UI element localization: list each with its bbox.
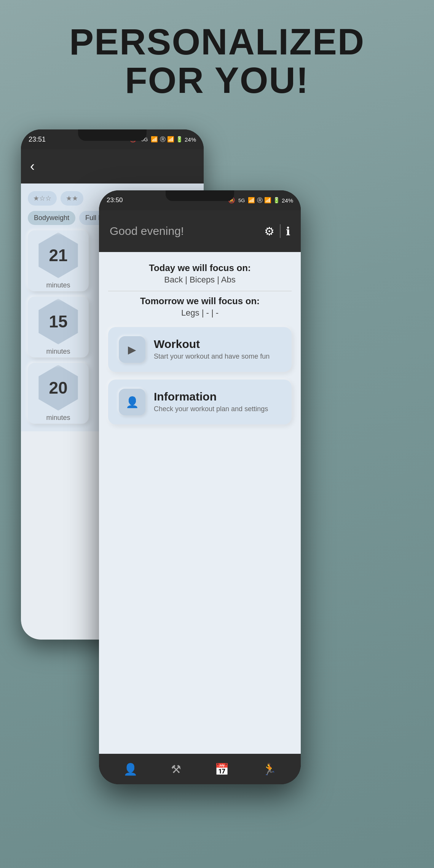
time-label-1: minutes <box>46 348 70 356</box>
today-focus-muscles: Back | Biceps | Abs <box>108 275 292 285</box>
today-focus-title: Today we will focus on: <box>108 263 292 273</box>
info-card[interactable]: 👤 Information Check your workout plan an… <box>108 380 292 424</box>
phone-front: 23:50 🔕 5G 📶 Ⓡ 📶 🔋 24% Good evening! ⚙ ℹ… <box>99 190 301 784</box>
time-value-0: 21 <box>49 247 68 264</box>
time-value-2: 20 <box>49 380 68 396</box>
play-icon: ▶ <box>128 343 136 356</box>
phone-front-status-icons: 🔕 5G 📶 Ⓡ 📶 🔋 24% <box>228 197 293 204</box>
phone-back-time: 23:51 <box>29 136 46 144</box>
nav-calendar-icon[interactable]: 📅 <box>215 763 229 776</box>
workout-icon-wrap: ▶ <box>119 336 145 363</box>
workout-card[interactable]: ▶ Workout Start your workout and have so… <box>108 327 292 372</box>
workout-text-wrap: Workout Start your workout and have some… <box>154 338 270 361</box>
tomorrow-focus-title: Tomorrow we will focus on: <box>108 296 292 306</box>
header-divider <box>280 224 281 238</box>
hex-2: 20 <box>35 365 81 411</box>
time-card-0[interactable]: 21 minutes <box>28 230 89 291</box>
phone-back-notch <box>78 129 147 141</box>
phone-front-time: 23:50 <box>107 196 123 204</box>
nav-run-icon[interactable]: 🏃 <box>262 763 276 776</box>
chip-bodyweight[interactable]: Bodyweight <box>28 211 75 225</box>
info-text-wrap: Information Check your workout plan and … <box>154 390 268 413</box>
star-filter-1[interactable]: ★☆☆ <box>28 191 57 206</box>
nav-workout-icon[interactable]: ⚒ <box>171 763 181 776</box>
hex-0: 21 <box>35 233 81 278</box>
info-card-subtitle: Check your workout plan and settings <box>154 405 268 413</box>
phone-back-app-header: ‹ <box>21 149 204 183</box>
hero-title: PERSONALIZED FOR YOU! <box>0 23 434 100</box>
hex-1: 15 <box>35 299 81 345</box>
bottom-nav: 👤 ⚒ 📅 🏃 <box>99 754 301 784</box>
phone-front-screen-content: Today we will focus on: Back | Biceps | … <box>99 252 301 754</box>
time-label-0: minutes <box>46 281 70 289</box>
time-label-2: minutes <box>46 414 70 422</box>
time-card-2[interactable]: 20 minutes <box>28 363 89 424</box>
workout-title: Workout <box>154 338 270 351</box>
tomorrow-focus-muscles: Legs | - | - <box>108 308 292 318</box>
info-card-title: Information <box>154 390 268 403</box>
time-value-1: 15 <box>49 313 68 330</box>
today-focus-section: Today we will focus on: Back | Biceps | … <box>108 263 292 318</box>
info-icon-wrap: 👤 <box>119 389 145 415</box>
header-icons: ⚙ ℹ <box>264 224 290 238</box>
settings-icon[interactable]: ⚙ <box>264 225 274 238</box>
star-filter-2[interactable]: ★★ <box>61 191 83 206</box>
greeting-text: Good evening! <box>110 225 184 238</box>
phone-front-notch <box>166 190 234 201</box>
info-icon[interactable]: ℹ <box>286 225 290 238</box>
focus-divider <box>108 291 292 291</box>
nav-profile-icon[interactable]: 👤 <box>123 763 137 776</box>
person-icon: 👤 <box>126 396 139 408</box>
back-button[interactable]: ‹ <box>30 158 35 174</box>
time-card-1[interactable]: 15 minutes <box>28 297 89 357</box>
workout-subtitle: Start your workout and have some fun <box>154 352 270 361</box>
phone-front-app-header: Good evening! ⚙ ℹ <box>99 210 301 252</box>
